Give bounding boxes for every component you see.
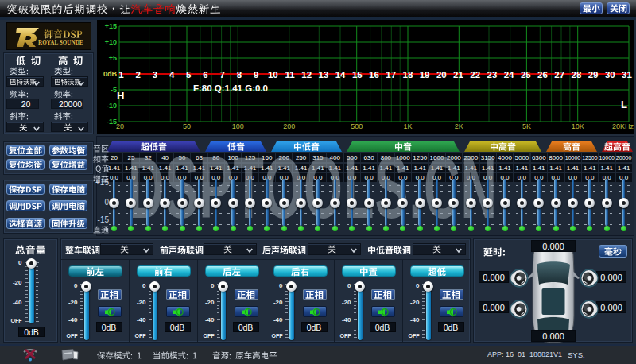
svg-text:20: 20 bbox=[116, 122, 124, 130]
svg-text:18: 18 bbox=[403, 70, 413, 79]
svg-text:H: H bbox=[117, 90, 124, 102]
svg-text:+10: +10 bbox=[105, 38, 117, 46]
svg-text:200: 200 bbox=[283, 122, 295, 130]
svg-text:2K: 2K bbox=[455, 122, 463, 130]
svg-text:-5: -5 bbox=[111, 86, 117, 94]
svg-text:25: 25 bbox=[521, 70, 531, 79]
svg-text:+15: +15 bbox=[105, 22, 117, 30]
svg-text:6: 6 bbox=[203, 70, 207, 79]
svg-text:23: 23 bbox=[487, 70, 498, 79]
svg-text:10K: 10K bbox=[572, 122, 584, 130]
svg-text:3: 3 bbox=[153, 70, 157, 79]
svg-text:22: 22 bbox=[470, 70, 480, 79]
svg-text:24: 24 bbox=[504, 70, 514, 79]
svg-text:7: 7 bbox=[219, 70, 224, 79]
svg-text:31: 31 bbox=[622, 70, 632, 79]
svg-text:15: 15 bbox=[352, 70, 363, 79]
svg-text:1: 1 bbox=[118, 70, 124, 79]
svg-text:2: 2 bbox=[135, 70, 140, 79]
svg-text:0dB: 0dB bbox=[103, 70, 118, 78]
svg-text:50: 50 bbox=[183, 122, 191, 130]
svg-text:4: 4 bbox=[169, 70, 175, 79]
svg-text:29: 29 bbox=[588, 70, 599, 79]
svg-text:30: 30 bbox=[605, 70, 615, 79]
svg-text:5K: 5K bbox=[522, 122, 531, 130]
svg-text:100: 100 bbox=[232, 122, 244, 130]
svg-text:F:80 Q:1.41 G:0.0: F:80 Q:1.41 G:0.0 bbox=[193, 83, 268, 93]
svg-text:13: 13 bbox=[319, 70, 329, 79]
svg-text:21: 21 bbox=[453, 70, 463, 79]
svg-text:8: 8 bbox=[237, 70, 242, 79]
svg-text:9: 9 bbox=[254, 70, 258, 79]
svg-text:500: 500 bbox=[351, 122, 363, 130]
svg-text:20: 20 bbox=[436, 70, 447, 79]
svg-text:19: 19 bbox=[420, 70, 430, 79]
svg-text:-10: -10 bbox=[107, 102, 117, 110]
svg-text:+5: +5 bbox=[109, 54, 117, 62]
svg-text:1K: 1K bbox=[403, 122, 412, 130]
svg-text:L: L bbox=[621, 99, 627, 110]
svg-text:17: 17 bbox=[386, 70, 396, 79]
svg-text:16: 16 bbox=[369, 70, 379, 79]
svg-text:14: 14 bbox=[335, 70, 346, 79]
svg-text:26: 26 bbox=[537, 70, 548, 79]
svg-text:27: 27 bbox=[554, 70, 564, 79]
svg-text:11: 11 bbox=[285, 70, 295, 79]
svg-text:12: 12 bbox=[301, 70, 312, 79]
svg-text:28: 28 bbox=[572, 70, 582, 79]
svg-text:5: 5 bbox=[186, 70, 192, 79]
svg-text:20KHz: 20KHz bbox=[612, 122, 634, 130]
svg-text:10: 10 bbox=[268, 70, 278, 79]
